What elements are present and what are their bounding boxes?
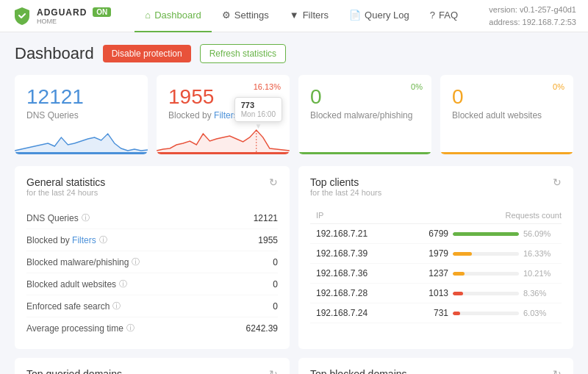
disable-protection-button[interactable]: Disable protection [103, 45, 191, 62]
blocked-filters-row-value: 1955 [258, 235, 278, 245]
processing-help-icon[interactable]: ⓘ [126, 323, 135, 334]
logo: ADGUARD ON HOME [12, 6, 111, 26]
filters-table-link[interactable]: Filters [72, 235, 96, 245]
dns-queries-label: DNS Queries [26, 110, 136, 121]
gen-row-dns: DNS Queries ⓘ 12121 [26, 207, 278, 229]
client-count-0: 6799 [420, 229, 448, 239]
general-stats-refresh-icon[interactable]: ↻ [269, 176, 278, 188]
dns-queries-number: 12121 [26, 85, 136, 109]
top-queried-refresh-icon[interactable]: ↻ [269, 368, 278, 374]
table-row: 192.168.7.28 1013 8.36% [310, 284, 562, 303]
chart-tooltip: 773Mon 16:00 [234, 97, 282, 122]
client-bar-4 [453, 312, 519, 315]
top-blocked-title: Top blocked domains [310, 368, 407, 374]
client-pct-2: 10.21% [523, 269, 556, 278]
gen-row-safe-search: Enforced safe search ⓘ 0 [26, 295, 278, 317]
dns-help-icon[interactable]: ⓘ [82, 212, 90, 223]
client-ip-0: 192.168.7.21 [310, 224, 386, 244]
address-text: address: 192.168.7.2:53 [489, 16, 576, 29]
table-row: 192.168.7.39 1979 16.33% [310, 244, 562, 264]
header-info: version: v0.1-257-g40d1 address: 192.168… [489, 4, 576, 28]
general-stats-title: General statistics [26, 176, 105, 188]
settings-icon: ⚙ [222, 10, 231, 21]
blocked-malware-card: 0 Blocked malware/phishing 0% [298, 75, 431, 154]
client-ip-4: 192.168.7.24 [310, 303, 386, 323]
client-pct-3: 8.36% [523, 289, 556, 298]
malware-row-value: 0 [273, 257, 278, 267]
on-badge: ON [93, 7, 111, 17]
blocked-chart-area [157, 123, 290, 152]
adult-row-label: Blocked adult websites [26, 279, 116, 290]
general-stats-header: General statistics for the last 24 hours… [26, 176, 278, 204]
top-clients-col-requests: Requests count [386, 207, 562, 224]
filter-icon: ▼ [290, 10, 299, 21]
client-count-1: 1979 [420, 248, 448, 259]
client-ip-2: 192.168.7.36 [310, 264, 386, 284]
logo-text: ADGUARD [37, 7, 87, 18]
blocked-adult-card: 0 Blocked adult websites 0% [440, 75, 573, 154]
doc-icon: 📄 [349, 10, 361, 21]
blocked-adult-number: 0 [452, 85, 562, 109]
client-ip-1: 192.168.7.39 [310, 244, 386, 264]
adult-row-value: 0 [273, 279, 278, 290]
client-pct-4: 6.03% [523, 309, 556, 317]
blocked-malware-number: 0 [310, 85, 420, 109]
page-title: Dashboard [15, 44, 94, 63]
stats-cards-row: 12121 DNS Queries 1955 Blocked by Filter… [15, 75, 573, 154]
blocked-adult-accent-bar [440, 152, 573, 154]
nav-faq[interactable]: ? FAQ [420, 0, 468, 32]
svg-marker-1 [157, 130, 290, 152]
malware-help-icon[interactable]: ⓘ [132, 256, 140, 267]
version-text: version: v0.1-257-g40d1 [489, 4, 576, 16]
dns-queries-row-label: DNS Queries [26, 213, 79, 223]
blocked-malware-percent: 0% [411, 82, 423, 91]
page-header: Dashboard Disable protection Refresh sta… [15, 44, 573, 63]
client-pct-1: 16.33% [523, 249, 556, 258]
general-stats-subtitle: for the last 24 hours [26, 188, 105, 197]
page-content: Dashboard Disable protection Refresh sta… [0, 32, 588, 374]
safe-search-row-label: Enforced safe search [26, 301, 110, 312]
dns-chart-area [15, 123, 148, 152]
home-icon: ⌂ [145, 10, 151, 21]
top-clients-refresh-icon[interactable]: ↻ [553, 176, 562, 188]
client-pct-0: 56.09% [523, 229, 556, 238]
top-clients-subtitle: for the last 24 hours [310, 188, 381, 197]
blocked-filters-help-icon[interactable]: ⓘ [99, 234, 107, 245]
table-row: 192.168.7.24 731 6.03% [310, 303, 562, 323]
client-bar-1 [453, 252, 519, 256]
nav-dashboard[interactable]: ⌂ Dashboard [135, 0, 211, 32]
gen-row-blocked-filters: Blocked by Filters ⓘ 1955 [26, 229, 278, 251]
top-blocked-panel: Top blocked domains for the last 24 hour… [298, 358, 573, 374]
client-count-4: 731 [420, 308, 448, 318]
gen-row-processing: Average processing time ⓘ 6242.39 [26, 317, 278, 339]
malware-row-label: Blocked malware/phishing [26, 257, 129, 267]
top-blocked-refresh-icon[interactable]: ↻ [553, 368, 562, 374]
blocked-filters-accent-bar [157, 152, 290, 154]
dns-queries-card: 12121 DNS Queries [15, 75, 148, 154]
client-bar-2 [453, 272, 519, 276]
top-clients-title: Top clients [310, 176, 381, 188]
safe-search-help-icon[interactable]: ⓘ [112, 301, 121, 312]
adult-help-icon[interactable]: ⓘ [119, 278, 127, 290]
blocked-filters-percent: 16.13% [254, 82, 281, 91]
nav-querylog[interactable]: 📄 Query Log [339, 0, 420, 32]
client-bar-0 [453, 232, 519, 236]
bottom-panels: Top queried domains for the last 24 hour… [15, 358, 573, 374]
table-row: 192.168.7.21 6799 56.09% [310, 224, 562, 244]
client-bar-3 [453, 292, 519, 295]
main-nav: ⌂ Dashboard ⚙ Settings ▼ Filters 📄 Query… [135, 0, 489, 32]
blocked-adult-percent: 0% [553, 82, 564, 91]
blocked-malware-accent-bar [298, 152, 431, 154]
header: ADGUARD ON HOME ⌂ Dashboard ⚙ Settings ▼… [0, 0, 588, 32]
blocked-chart-svg [157, 123, 290, 152]
nav-settings[interactable]: ⚙ Settings [212, 0, 279, 32]
blocked-malware-label: Blocked malware/phishing [310, 110, 420, 121]
top-clients-header: Top clients for the last 24 hours ↻ [310, 176, 562, 204]
refresh-statistics-button[interactable]: Refresh statistics [200, 44, 286, 63]
client-count-3: 1013 [420, 288, 448, 298]
dns-queries-accent-bar [15, 152, 148, 154]
blocked-filters-card: 1955 Blocked by Filters 16.13% 773Mon 16… [157, 75, 290, 154]
top-clients-col-ip: IP [310, 207, 386, 224]
top-queried-panel: Top queried domains for the last 24 hour… [15, 358, 290, 374]
nav-filters[interactable]: ▼ Filters [279, 0, 339, 32]
